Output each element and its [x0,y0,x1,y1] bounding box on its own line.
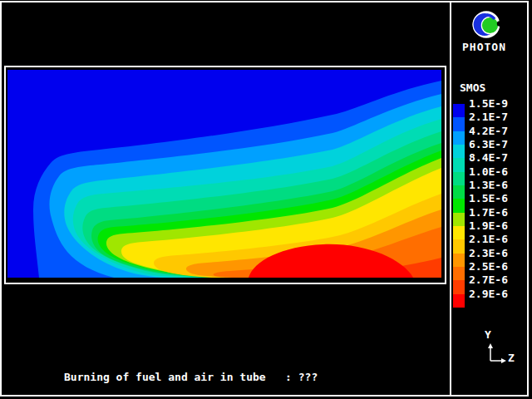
legend-swatch [453,213,465,226]
legend-title: SMOS [460,81,485,94]
legend-value: 1.3E-6 [469,179,508,191]
legend-swatch [453,199,465,212]
legend-swatch [453,145,465,158]
photon-logo-icon [470,10,502,42]
legend-swatch [453,239,465,253]
legend-value: 2.5E-6 [469,260,508,273]
outer-frame-left [0,1,2,397]
legend-swatch [453,104,465,117]
legend-swatch [453,280,465,293]
legend-value: 6.3E-7 [469,138,508,150]
contour-field-svg [7,70,441,278]
legend-value: 4.2E-7 [469,125,508,137]
contour-legend: 1.5E-92.1E-74.2E-76.3E-78.4E-71.0E-61.3E… [453,104,528,308]
legend-value: 2.7E-6 [469,273,508,286]
legend-swatch [453,294,465,308]
legend-swatch [453,131,465,145]
legend-swatch [453,254,465,267]
legend-swatch [453,185,465,199]
legend-value: 2.1E-7 [469,111,508,123]
legend-row: 2.9E-6 [453,294,528,308]
legend-value: 8.4E-7 [469,151,508,164]
axis-y-label: Y [485,328,491,341]
legend-value: 1.5E-6 [469,192,508,204]
app-title: PHOTON [462,41,529,53]
legend-swatch [453,267,465,280]
axis-arrows-icon [485,341,511,366]
legend-swatch [453,172,465,185]
legend-swatch [453,117,465,131]
contour-plot [7,70,441,278]
legend-swatch [453,158,465,171]
legend-value: 1.0E-6 [469,165,508,178]
legend-value: 1.7E-6 [469,206,508,219]
legend-value: 2.3E-6 [469,247,508,259]
photon-screen: PHOTON SMOS 1.5E-92.1E-74.2E-76.3E-78.4E… [0,0,532,399]
legend-swatch [453,226,465,239]
legend-value: 1.5E-9 [469,97,508,110]
legend-value: 2.1E-6 [469,233,508,245]
legend-value: 2.9E-6 [469,288,508,300]
legend-value: 1.9E-6 [469,219,508,232]
sidebar-divider [450,1,451,397]
plot-caption: Burning of fuel and air in tube : ??? [64,371,318,383]
